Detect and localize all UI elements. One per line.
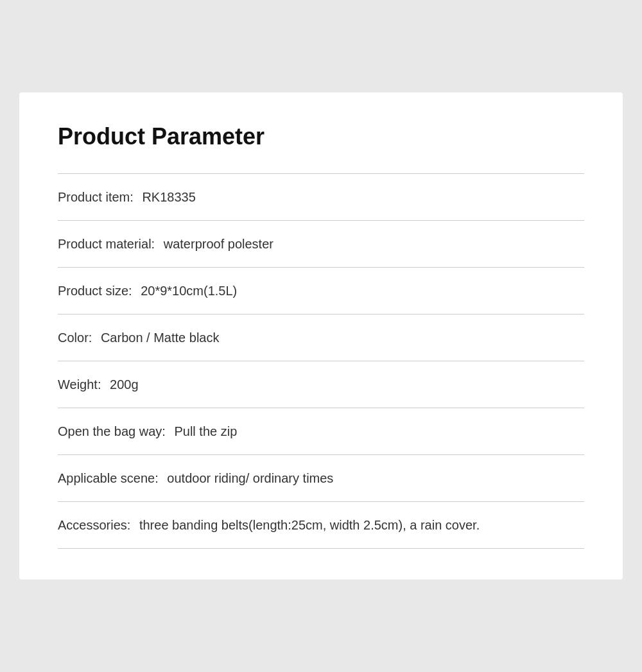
param-row: Product material: waterproof polester	[58, 221, 584, 268]
param-label: Open the bag way:	[58, 424, 166, 438]
param-label: Product size:	[58, 284, 132, 298]
param-row: Weight: 200g	[58, 361, 584, 408]
param-row: Applicable scene: outdoor riding/ ordina…	[58, 455, 584, 502]
product-parameter-card: Product Parameter Product item: RK18335P…	[19, 92, 623, 580]
param-row: Open the bag way: Pull the zip	[58, 408, 584, 455]
param-label: Color:	[58, 331, 92, 345]
param-value: 20*9*10cm(1.5L)	[137, 284, 238, 298]
param-value: Carbon / Matte black	[97, 331, 219, 345]
param-value: waterproof polester	[160, 237, 273, 251]
param-label: Weight:	[58, 377, 101, 392]
param-row: Accessories: three banding belts(length:…	[58, 502, 584, 549]
param-row: Product item: RK18335	[58, 173, 584, 221]
param-value: 200g	[106, 377, 138, 392]
param-row: Color: Carbon / Matte black	[58, 314, 584, 361]
param-label: Applicable scene:	[58, 471, 159, 485]
param-label: Product material:	[58, 237, 155, 251]
param-value: RK18335	[139, 190, 196, 204]
param-value: three banding belts(length:25cm, width 2…	[135, 518, 480, 532]
param-value: outdoor riding/ ordinary times	[164, 471, 334, 485]
param-row: Product size: 20*9*10cm(1.5L)	[58, 268, 584, 314]
param-label: Product item:	[58, 190, 134, 204]
param-label: Accessories:	[58, 518, 130, 532]
param-value: Pull the zip	[171, 424, 237, 438]
page-title: Product Parameter	[58, 123, 584, 150]
